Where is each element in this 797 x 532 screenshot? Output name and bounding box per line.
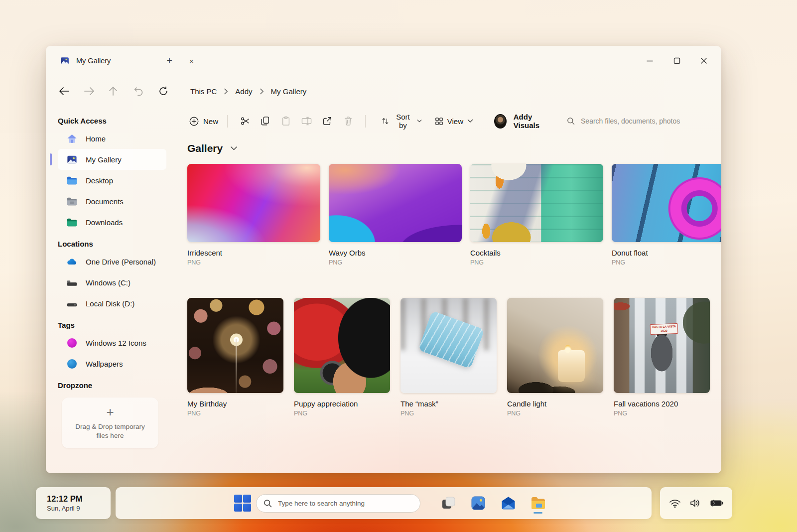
photo-sign-text: HASTA LA VISTA 2020 [650, 323, 678, 335]
command-toolbar: New [187, 107, 721, 135]
home-icon [66, 133, 78, 144]
account-button[interactable]: Addy Visuals [494, 113, 553, 130]
section-locations: Locations [58, 240, 174, 248]
taskbar [116, 487, 652, 519]
sidebar: Quick Access Home [46, 107, 174, 473]
thumbnail-wavy-orbs [329, 164, 462, 242]
gallery-item-the-mask[interactable]: The “mask” PNG [400, 298, 497, 417]
taskbar-search [256, 494, 420, 513]
breadcrumb-my-gallery[interactable]: My Gallery [271, 87, 307, 96]
breadcrumb: This PC Addy My Gallery [190, 87, 306, 96]
thumbnail-candle-light [507, 298, 603, 393]
thumbnail-cocktails [470, 164, 603, 242]
sidebar-item-home[interactable]: Home [58, 128, 166, 149]
desktop: My Gallery + × [0, 0, 797, 532]
main-content: New [174, 107, 721, 473]
page-title: Gallery [187, 142, 223, 154]
thumbnail-my-birthday [187, 298, 283, 393]
refresh-icon[interactable] [158, 86, 183, 96]
gallery-item-wavy-orbs[interactable]: Wavy Orbs PNG [329, 164, 462, 266]
forward-icon[interactable] [84, 87, 109, 96]
share-icon[interactable] [317, 113, 337, 129]
wifi-icon[interactable] [669, 499, 681, 508]
file-explorer-icon[interactable] [529, 493, 547, 514]
breadcrumb-this-pc[interactable]: This PC [190, 87, 217, 96]
plus-icon: + [106, 405, 114, 418]
battery-charging-icon[interactable] [710, 499, 724, 507]
folder-green-icon [66, 216, 78, 228]
sidebar-item-local-disk-d[interactable]: Local Disk (D:) [58, 293, 166, 314]
new-tab-button[interactable]: + [162, 54, 176, 68]
up-icon[interactable] [109, 86, 133, 96]
paste-icon[interactable] [276, 113, 296, 129]
toolbar-separator [365, 115, 366, 128]
taskbar-dock [439, 493, 547, 514]
new-button[interactable]: New [187, 114, 220, 129]
thumbnail-puppy-appreciation [294, 298, 390, 393]
thumbnail-fall-vacations-2020: HASTA LA VISTA 2020 [614, 298, 710, 393]
photos-app-icon[interactable] [469, 493, 487, 514]
tab-title: My Gallery [76, 57, 111, 65]
taskbar-search-input[interactable] [277, 499, 413, 508]
tab-my-gallery[interactable]: My Gallery [59, 55, 111, 67]
gallery-row-2: My Birthday PNG Puppy appreciation PNG T… [187, 298, 721, 417]
navigation-bar: This PC Addy My Gallery [46, 76, 721, 107]
rename-icon[interactable] [296, 114, 317, 129]
breadcrumb-addy[interactable]: Addy [235, 87, 252, 96]
clock-time: 12:12 PM [47, 494, 111, 504]
gallery-icon [59, 55, 71, 67]
tag-blue-icon [66, 358, 78, 370]
sidebar-item-windows-c[interactable]: Windows (C:) [58, 272, 166, 293]
plus-circle-icon [189, 117, 199, 126]
chevron-right-icon [260, 88, 264, 95]
delete-icon[interactable] [338, 113, 358, 129]
sort-by-button[interactable]: Sort by [378, 110, 426, 133]
window-controls [644, 55, 709, 67]
thumbnail-donut-float [612, 164, 721, 242]
back-icon[interactable] [59, 87, 84, 96]
sidebar-item-downloads[interactable]: Downloads [58, 212, 166, 233]
taskbar-clock-widget[interactable]: 12:12 PM Sun, April 9 [36, 487, 111, 519]
gallery-item-fall-vacations-2020[interactable]: HASTA LA VISTA 2020 Fall vacations 2020 … [614, 298, 710, 417]
windows-start-icon[interactable] [234, 495, 251, 512]
gallery-icon [66, 153, 78, 165]
sidebar-item-onedrive[interactable]: One Drive (Personal) [58, 251, 166, 272]
chevron-down-icon [467, 119, 473, 123]
thumbnail-the-mask [400, 298, 497, 393]
gallery-item-my-birthday[interactable]: My Birthday PNG [187, 298, 283, 417]
cut-icon[interactable] [235, 113, 255, 129]
maximize-button[interactable] [671, 55, 682, 66]
dropzone-area[interactable]: + Drag & Drop temporary files here [62, 398, 158, 448]
undo-icon[interactable] [133, 87, 158, 96]
gallery-item-irridescent[interactable]: Irridescent PNG [187, 164, 320, 266]
folder-blue-icon [66, 174, 78, 186]
system-drive-icon [66, 276, 78, 288]
sort-arrows-icon [382, 117, 389, 126]
dropzone-text: Drag & Drop temporary files here [70, 422, 150, 440]
gallery-item-donut-float[interactable]: Donut float PNG [612, 164, 721, 266]
sidebar-item-my-gallery[interactable]: My Gallery [58, 149, 166, 170]
gallery-item-candle-light[interactable]: Candle light PNG [507, 298, 603, 417]
sidebar-item-tag-wallpapers[interactable]: Wallpapers [58, 353, 166, 374]
avatar [494, 114, 507, 129]
toolbar-separator [227, 115, 228, 128]
copy-icon[interactable] [255, 113, 275, 129]
sidebar-item-tag-windows-12-icons[interactable]: Windows 12 Icons [58, 332, 166, 353]
sidebar-item-documents[interactable]: Documents [58, 191, 166, 212]
search-input[interactable] [580, 117, 721, 126]
gallery-section-header[interactable]: Gallery [187, 142, 252, 154]
gallery-item-puppy-appreciation[interactable]: Puppy appreciation PNG [294, 298, 390, 417]
clock-date: Sun, April 9 [47, 505, 111, 512]
minimize-button[interactable] [644, 55, 656, 67]
sidebar-item-desktop[interactable]: Desktop [58, 170, 166, 191]
close-tab-button[interactable]: × [185, 55, 198, 67]
section-dropzone: Dropzone [58, 381, 174, 390]
mail-app-icon[interactable] [499, 493, 517, 514]
task-view-icon[interactable] [439, 493, 457, 514]
close-window-button[interactable] [698, 55, 709, 66]
section-tags: Tags [58, 321, 174, 329]
volume-icon[interactable] [689, 498, 701, 508]
view-button[interactable]: View [431, 114, 477, 129]
hard-drive-icon [66, 297, 78, 309]
gallery-item-cocktails[interactable]: Cocktails PNG [470, 164, 603, 266]
